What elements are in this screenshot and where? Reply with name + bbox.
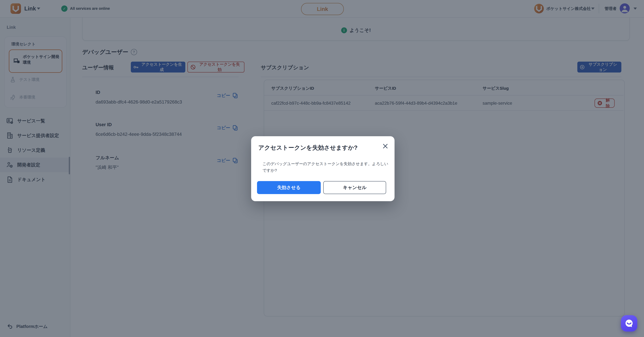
close-icon — [382, 143, 388, 149]
chat-launcher-button[interactable] — [621, 315, 637, 332]
dialog-close-button[interactable] — [382, 143, 389, 150]
revoke-token-dialog: アクセストークンを失効させますか? このデバッグユーザーのアクセストークンを失効… — [251, 136, 394, 201]
app-root: Link ✓ All services are online Link ポケット… — [0, 0, 644, 337]
chat-bubble-icon — [624, 318, 634, 328]
dialog-cancel-button[interactable]: キャンセル — [323, 181, 386, 194]
dialog-title: アクセストークンを失効させますか? — [258, 144, 358, 152]
dialog-confirm-button[interactable]: 失効させる — [257, 181, 321, 194]
dialog-body-text: このデバッグユーザーのアクセストークンを失効させます。よろしいですか? — [262, 160, 389, 174]
